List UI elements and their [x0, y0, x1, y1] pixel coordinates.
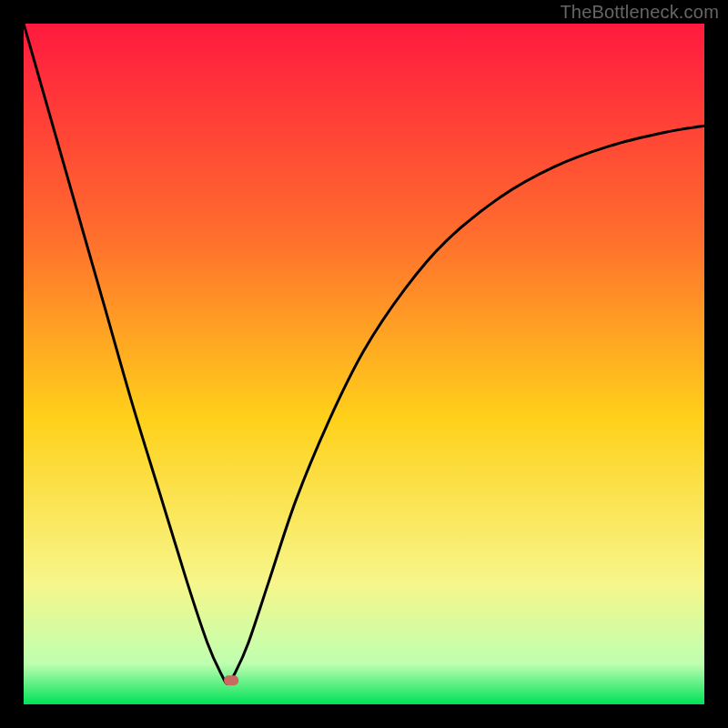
- chart-plot-area: [24, 24, 704, 704]
- gradient-background: [24, 24, 704, 704]
- chart-frame: TheBottleneck.com: [0, 0, 728, 728]
- chart-svg: [24, 24, 704, 704]
- watermark-text: TheBottleneck.com: [560, 2, 719, 23]
- optimum-marker: [224, 675, 238, 685]
